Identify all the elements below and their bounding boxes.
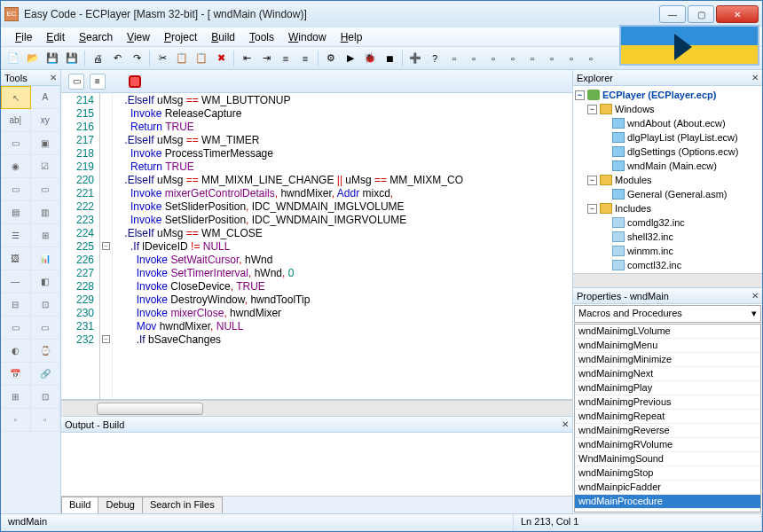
- tb-icon[interactable]: ▫: [445, 50, 463, 67]
- minimize-button[interactable]: —: [659, 5, 686, 23]
- prop-item[interactable]: wndMainimgMenu: [575, 339, 760, 353]
- outdent-icon[interactable]: ⇤: [238, 50, 256, 67]
- cut-icon[interactable]: ✂: [153, 50, 171, 67]
- tool-item[interactable]: ☰: [1, 224, 31, 247]
- tree-node[interactable]: −Includes: [575, 201, 760, 215]
- tree-node[interactable]: −Modules: [575, 173, 760, 187]
- output-body[interactable]: [61, 433, 572, 496]
- tree-node[interactable]: dlgPlayList (PlayList.ecw): [575, 130, 760, 145]
- fold-column[interactable]: −−: [100, 93, 113, 399]
- tool-item[interactable]: ▭: [1, 178, 31, 201]
- tool-item[interactable]: ▭: [31, 317, 61, 340]
- tool-item[interactable]: ab|: [1, 109, 31, 132]
- stop-icon[interactable]: ⏹: [381, 50, 398, 67]
- tree-node[interactable]: −Windows: [575, 102, 760, 116]
- tool-item[interactable]: ⊡: [31, 386, 61, 409]
- prop-item[interactable]: wndMainimgRVolume: [575, 438, 760, 452]
- menu-search[interactable]: Search: [72, 29, 120, 45]
- view-form-icon[interactable]: ▭: [68, 74, 84, 90]
- addres-icon[interactable]: ➕: [406, 50, 424, 67]
- tool-item[interactable]: ▥: [31, 201, 61, 224]
- prop-item[interactable]: wndMainimgNext: [575, 367, 760, 381]
- tool-item[interactable]: 🔗: [31, 363, 61, 386]
- tool-item[interactable]: ◧: [31, 270, 61, 293]
- menu-window[interactable]: Window: [281, 29, 334, 45]
- menu-help[interactable]: Help: [334, 29, 370, 45]
- build-icon[interactable]: ⚙: [322, 50, 340, 67]
- tool-item[interactable]: ▣: [31, 132, 61, 155]
- tb-icon[interactable]: ▫: [484, 50, 502, 67]
- tool-item[interactable]: ⌚: [31, 340, 61, 363]
- prop-item[interactable]: wndMainimgPrevious: [575, 395, 760, 410]
- tool-item[interactable]: 📅: [1, 363, 31, 386]
- debug-icon[interactable]: 🐞: [361, 50, 379, 67]
- tool-item[interactable]: ⊡: [31, 293, 61, 317]
- redo-icon[interactable]: ↷: [128, 50, 146, 67]
- tree-node[interactable]: comctl32.inc: [575, 258, 760, 272]
- h-scrollbar[interactable]: [61, 400, 572, 416]
- record-icon[interactable]: [129, 75, 141, 88]
- tree-node[interactable]: General (General.asm): [575, 187, 760, 201]
- tree-h-scroll[interactable]: [573, 273, 762, 287]
- titlebar[interactable]: EC Easy Code - ECPlayer [Masm 32-bit] - …: [1, 1, 762, 27]
- menu-tools[interactable]: Tools: [242, 29, 281, 45]
- tb-icon[interactable]: ▫: [504, 50, 522, 67]
- tb-icon[interactable]: ▫: [543, 50, 561, 67]
- tool-item[interactable]: ▫: [1, 409, 31, 432]
- tool-item[interactable]: ▫: [31, 409, 61, 432]
- menu-edit[interactable]: Edit: [39, 29, 72, 45]
- prop-item[interactable]: wndMainimgPlay: [575, 381, 760, 395]
- tool-item[interactable]: ⊞: [31, 224, 61, 247]
- properties-combo[interactable]: Macros and Procedures ▾: [574, 305, 761, 323]
- comment-icon[interactable]: ≡: [277, 50, 295, 67]
- tools-close-icon[interactable]: ✕: [50, 73, 57, 82]
- tree-node[interactable]: winmm.inc: [575, 244, 760, 258]
- menu-view[interactable]: View: [120, 29, 157, 45]
- properties-list[interactable]: wndMainimgLVolumewndMainimgMenuwndMainim…: [574, 324, 761, 512]
- tool-item[interactable]: ▭: [31, 178, 61, 201]
- prop-item[interactable]: wndMainProcedure: [575, 495, 760, 509]
- help-icon[interactable]: ?: [426, 50, 444, 67]
- uncomment-icon[interactable]: ≡: [296, 50, 314, 67]
- delete-icon[interactable]: ✖: [212, 50, 230, 67]
- saveall-icon[interactable]: 💾: [63, 50, 81, 67]
- tb-icon[interactable]: ▫: [582, 50, 600, 67]
- tool-item[interactable]: ▭: [1, 317, 31, 340]
- close-button[interactable]: ✕: [716, 5, 759, 23]
- tool-item[interactable]: 🖼: [1, 247, 31, 270]
- explorer-close-icon[interactable]: ✕: [751, 73, 759, 82]
- print-icon[interactable]: 🖨: [89, 50, 106, 67]
- tb-icon[interactable]: ▫: [465, 50, 483, 67]
- properties-close-icon[interactable]: ✕: [751, 291, 759, 301]
- save-icon[interactable]: 💾: [43, 50, 61, 67]
- menu-build[interactable]: Build: [204, 29, 242, 45]
- tree-node[interactable]: dlgSettings (Options.ecw): [575, 145, 760, 159]
- tool-item[interactable]: ▭: [1, 132, 31, 155]
- new-icon[interactable]: 📄: [4, 50, 22, 67]
- tree-node[interactable]: −ECPlayer (ECPlayer.ecp): [575, 88, 760, 102]
- tool-item[interactable]: ◐: [1, 340, 31, 363]
- prop-item[interactable]: wndMainimgRepeat: [575, 410, 760, 424]
- paste-icon[interactable]: 📋: [193, 50, 210, 67]
- prop-item[interactable]: wndMainimgReverse: [575, 424, 760, 438]
- tool-item[interactable]: —: [1, 270, 31, 293]
- prop-item[interactable]: wndMainimgStop: [575, 466, 760, 481]
- tool-item[interactable]: ☑: [31, 155, 61, 178]
- undo-icon[interactable]: ↶: [108, 50, 126, 67]
- output-tab-debug[interactable]: Debug: [98, 497, 142, 513]
- tree-node[interactable]: shell32.inc: [575, 230, 760, 244]
- tree-node[interactable]: comdlg32.inc: [575, 215, 760, 230]
- view-code-icon[interactable]: ≡: [90, 74, 106, 90]
- tool-item[interactable]: ▤: [1, 201, 31, 224]
- menu-file[interactable]: File: [8, 29, 39, 45]
- tool-item[interactable]: ⊞: [1, 386, 31, 409]
- tb-icon[interactable]: ▫: [523, 50, 541, 67]
- indent-icon[interactable]: ⇥: [257, 50, 275, 67]
- code-content[interactable]: .ElseIf uMsg == WM_LBUTTONUP Invoke Rele…: [113, 93, 572, 399]
- prop-item[interactable]: WndMainimgSound: [575, 452, 760, 466]
- code-editor[interactable]: 2142152162172182192202212222232242252262…: [61, 93, 572, 400]
- run-icon[interactable]: ▶: [342, 50, 359, 67]
- tree-node[interactable]: wndAbout (About.ecw): [575, 116, 760, 130]
- menu-project[interactable]: Project: [157, 29, 204, 45]
- prop-item[interactable]: wndMainpicFadder: [575, 481, 760, 495]
